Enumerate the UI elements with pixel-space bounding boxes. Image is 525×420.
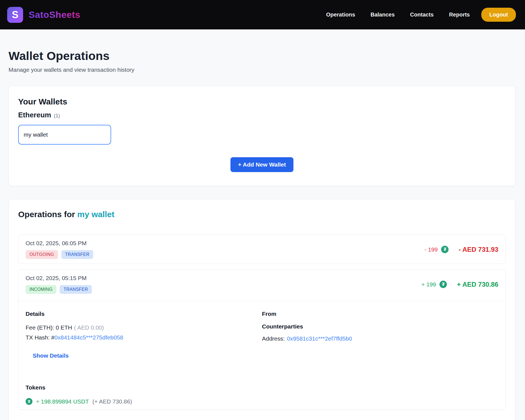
fee-line: Fee (ETH): 0 ETH( AED 0.00) (26, 323, 262, 333)
network-name: Ethereum (18, 111, 51, 119)
wallets-card: Your Wallets Ethereum (1) my wallet + Ad… (9, 86, 515, 186)
from-column: From Counterparties Address:0x9581c31c**… (262, 311, 499, 359)
details-lines: Fee (ETH): 0 ETH( AED 0.00) TX Hash: #0x… (26, 323, 262, 342)
nav-item-contacts[interactable]: Contacts (410, 12, 434, 18)
operations-card: Operations for my wallet Oct 02, 2025, 0… (9, 199, 515, 420)
nav-item-reports[interactable]: Reports (449, 12, 470, 18)
tether-icon: ₮ (26, 398, 32, 405)
address-line: Address:0x9581c31c***2ef7ffd5b0 (262, 335, 499, 342)
tx-hash-line: TX Hash: #0x841484c5***275dfeb058 (26, 333, 262, 342)
operations-title-wallet-name: my wallet (77, 210, 114, 219)
fiat-amount: - AED 731.93 (458, 246, 498, 253)
details-column: Details Fee (ETH): 0 ETH( AED 0.00) TX H… (26, 311, 262, 359)
page-subtitle: Manage your wallets and view transaction… (9, 67, 515, 73)
badge-row: INCOMING TRANSFER (26, 285, 92, 294)
operations-title-prefix: Operations for (18, 210, 75, 219)
from-heading: From (262, 311, 499, 317)
tokens-section: Tokens ₮ + 198.899894 USDT (+ AED 730.86… (26, 384, 498, 405)
fiat-amount: + AED 730.86 (457, 281, 498, 288)
nav-links: Operations Balances Contacts Reports (326, 12, 470, 18)
operation-row-expanded[interactable]: Oct 02, 2025, 05:15 PM INCOMING TRANSFER… (18, 269, 506, 410)
direction-badge: INCOMING (26, 285, 56, 294)
logout-button[interactable]: Logout (481, 8, 516, 22)
type-badge: TRANSFER (60, 285, 92, 294)
tether-icon: ₮ (441, 246, 449, 253)
token-line-fiat: (+ AED 730.86) (92, 398, 132, 405)
badge-row: OUTGOING TRANSFER (26, 250, 93, 259)
token-amount: - 199 (425, 246, 438, 253)
logo-letter: S (12, 9, 18, 21)
fee-label: Fee (ETH): 0 ETH (26, 324, 72, 331)
operation-date: Oct 02, 2025, 05:15 PM (26, 275, 92, 281)
operation-amounts: + 199 ₮ + AED 730.86 (421, 281, 498, 288)
direction-badge: OUTGOING (26, 250, 58, 259)
operation-amounts: - 199 ₮ - AED 731.93 (425, 246, 498, 253)
token-line: ₮ + 198.899894 USDT (+ AED 730.86) (26, 398, 498, 405)
type-badge: TRANSFER (61, 250, 94, 259)
nav-item-operations[interactable]: Operations (326, 12, 355, 18)
wallet-chip[interactable]: my wallet (18, 125, 111, 145)
network-header: Ethereum (1) (18, 111, 506, 119)
operation-row-header: Oct 02, 2025, 06:05 PM OUTGOING TRANSFER… (26, 240, 498, 259)
brand[interactable]: S SatoSheets (7, 7, 80, 23)
tx-hash-label: TX Hash: # (26, 334, 54, 341)
token-amount: + 199 (421, 281, 436, 288)
fee-fiat: ( AED 0.00) (74, 324, 104, 331)
address-link[interactable]: 0x9581c31c***2ef7ffd5b0 (287, 335, 352, 342)
row-divider (18, 301, 505, 301)
tokens-heading: Tokens (26, 384, 498, 391)
tether-icon: ₮ (439, 281, 447, 288)
details-heading: Details (26, 311, 262, 317)
token-line-amount: + 198.899894 USDT (36, 398, 89, 405)
operation-row-left: Oct 02, 2025, 05:15 PM INCOMING TRANSFER (26, 275, 92, 294)
operation-date: Oct 02, 2025, 06:05 PM (26, 240, 93, 247)
operation-row-header: Oct 02, 2025, 05:15 PM INCOMING TRANSFER… (26, 275, 498, 294)
main-content: Wallet Operations Manage your wallets an… (0, 49, 525, 420)
network-count: (1) (54, 113, 60, 119)
operation-row[interactable]: Oct 02, 2025, 06:05 PM OUTGOING TRANSFER… (18, 234, 506, 264)
address-label: Address: (262, 335, 285, 342)
operations-card-title: Operations for my wallet (18, 210, 506, 219)
counterparties-heading: Counterparties (262, 323, 499, 330)
operation-row-left: Oct 02, 2025, 06:05 PM OUTGOING TRANSFER (26, 240, 93, 259)
brand-name: SatoSheets (29, 9, 80, 20)
add-wallet-wrap: + Add New Wallet (18, 157, 506, 172)
operation-details-grid: Details Fee (ETH): 0 ETH( AED 0.00) TX H… (26, 311, 498, 359)
show-details-link[interactable]: Show Details (33, 352, 69, 359)
nav-item-balances[interactable]: Balances (370, 12, 395, 18)
wallets-card-title: Your Wallets (18, 97, 506, 106)
page-title: Wallet Operations (9, 49, 515, 63)
app-logo-icon: S (7, 7, 23, 23)
navbar: S SatoSheets Operations Balances Contact… (0, 0, 525, 29)
tx-hash-link[interactable]: 0x841484c5***275dfeb058 (54, 334, 123, 341)
add-new-wallet-button[interactable]: + Add New Wallet (230, 157, 293, 172)
